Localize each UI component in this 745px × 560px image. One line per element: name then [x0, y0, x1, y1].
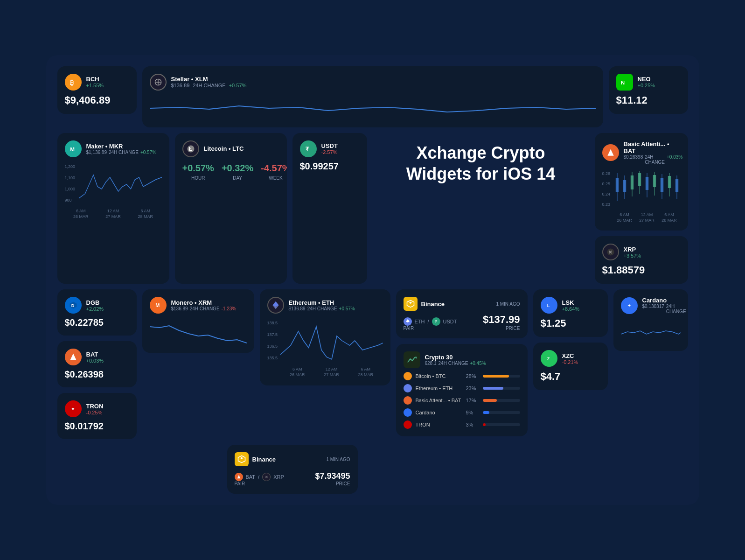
tron-name: TRON — [86, 403, 104, 410]
binance-bat-price-label: PRICE — [315, 481, 350, 486]
svg-text:Z: Z — [547, 357, 550, 361]
usdt-pair-name: USDT — [443, 319, 457, 324]
neo-icon: N — [616, 74, 633, 91]
xzc-price: $4.7 — [541, 371, 600, 383]
usdt-widget: ₮ USDT -2.57% $0.99257 — [292, 133, 367, 284]
dgb-icon: D — [65, 297, 82, 314]
usdt-pair-icon: ₮ — [432, 317, 440, 326]
svg-marker-49 — [237, 475, 240, 479]
binance-bat-price: $7.93495 — [315, 471, 350, 481]
binance-eth-price: $137.99 — [483, 314, 520, 326]
svg-marker-9 — [607, 149, 613, 155]
bat-large-icon — [602, 144, 619, 161]
stellar-name: Stellar • XLM — [171, 76, 247, 83]
crypto30-bar-row: Bitcoin • BTC 28% — [404, 372, 520, 380]
maker-y3: 1,000 — [65, 183, 76, 195]
monero-change-label: 24H CHANGE — [190, 306, 220, 311]
lsk-change: +8.64% — [562, 306, 580, 312]
neo-price: $11.12 — [616, 94, 681, 106]
svg-text:N: N — [620, 79, 624, 85]
bat-large-name: Basic Attenti... • BAT — [624, 140, 683, 154]
xrp-price: $1.88579 — [602, 264, 681, 276]
binance-eth-price-label: PRICE — [483, 326, 520, 331]
svg-marker-32 — [70, 354, 76, 360]
svg-rect-11 — [615, 178, 618, 192]
monero-icon: M — [150, 297, 167, 314]
svg-text:Ł: Ł — [188, 146, 192, 152]
tron-change: -0.25% — [86, 410, 104, 415]
eth-pair-label: PAIR — [404, 326, 457, 331]
stellar-widget: Stellar • XLM $136.89 24H CHANGE +0.57% — [142, 66, 603, 127]
svg-text:✕: ✕ — [608, 250, 612, 255]
dgb-price: $0.22785 — [65, 317, 129, 328]
svg-text:M: M — [70, 146, 75, 152]
bat-candlestick-chart — [613, 168, 681, 210]
bat-large-subtitle: $0.26398 — [624, 154, 643, 165]
xrp-name: XRP — [624, 246, 641, 253]
maker-icon: M — [65, 140, 82, 157]
ltc-hour-label: HOUR — [191, 175, 205, 181]
maker-change: +0.57% — [140, 150, 156, 155]
ethereum-widget: Ethereum • ETH $136.89 24H CHANGE +0.57%… — [260, 289, 390, 385]
bat-large-change-label: 24H CHANGE — [645, 154, 665, 165]
bch-change: +1.55% — [86, 83, 104, 88]
bch-widget: ₿ BCH +1.55% $9,406.89 — [57, 66, 137, 114]
maker-y1: 1,200 — [65, 161, 76, 172]
xzc-widget: Z XZC -0.21% $4.7 — [533, 343, 608, 390]
bat-large-widget: Basic Attenti... • BAT $0.26398 24H CHAN… — [595, 133, 688, 231]
binance-bat-icon — [235, 452, 249, 466]
eth-subtitle: $136.89 — [289, 306, 306, 311]
ltc-day-label: DAY — [233, 175, 242, 181]
maker-y4: 900 — [65, 195, 76, 206]
svg-rect-15 — [630, 175, 633, 189]
bat-small-name: BAT — [86, 351, 104, 358]
lsk-icon: L — [541, 297, 557, 314]
lsk-widget: L LSK +8.64% $1.25 — [533, 289, 608, 337]
crypto30-icon — [404, 351, 420, 368]
eth-pair-icon — [404, 317, 412, 326]
stellar-icon — [150, 74, 167, 91]
usdt-price: $0.99257 — [300, 161, 360, 172]
ltc-week-label: WEEK — [269, 175, 282, 181]
crypto30-bars: Bitcoin • BTC 28% Ethereum • ETH 23% Bas… — [404, 372, 520, 429]
cardano-subtitle: $0.130317 — [642, 304, 664, 314]
bch-icon: ₿ — [65, 74, 82, 91]
dgb-widget: D DGB +2.02% $0.22785 — [57, 289, 137, 336]
bat-pair-icon — [235, 473, 243, 481]
xzc-name: XZC — [562, 352, 578, 359]
bat-small-icon — [65, 349, 82, 365]
xzc-change: -0.21% — [562, 359, 578, 365]
neo-name: NEO — [638, 76, 655, 83]
crypto30-widget: Crypto 30 628.1 24H CHANGE +0.45% Bitcoi… — [396, 344, 528, 436]
svg-text:L: L — [547, 303, 550, 308]
heading-text: Xchange CryptoWidgets for iOS 14 — [406, 142, 556, 184]
svg-rect-13 — [623, 180, 626, 192]
tron-price: $0.01792 — [65, 421, 129, 432]
monero-name: Monero • XRM — [171, 299, 237, 306]
ltc-day-change: +0.32% — [222, 163, 253, 174]
monero-change: -1.23% — [222, 306, 237, 311]
binance-eth-time: 1 MIN AGO — [496, 301, 520, 307]
binance-eth-icon — [404, 297, 418, 311]
cardano-name: Cardano — [642, 297, 688, 304]
svg-text:✦: ✦ — [627, 303, 631, 308]
usdt-change: -2.57% — [321, 149, 338, 155]
crypto30-bar-row: TRON 3% — [404, 420, 520, 429]
cardano-icon: ✦ — [621, 297, 638, 314]
xrp-icon: ✕ — [602, 244, 619, 260]
xrp-widget: ✕ XRP +3.57% $1.88579 — [595, 236, 688, 284]
svg-marker-40 — [406, 319, 410, 322]
neo-change: +0.25% — [638, 83, 655, 88]
monero-subtitle: $136.89 — [171, 306, 188, 311]
ltc-name: Litecoin • LTC — [204, 145, 244, 152]
neo-widget: N NEO +0.25% $11.12 — [609, 66, 688, 114]
binance-bat-time: 1 MIN AGO — [326, 457, 350, 462]
crypto30-value: 628.1 — [425, 361, 437, 366]
usdt-icon: ₮ — [300, 140, 317, 157]
lsk-price: $1.25 — [541, 317, 600, 329]
xrp-change: +3.57% — [624, 253, 641, 259]
ltc-icon: Ł — [182, 140, 199, 157]
maker-y2: 1,100 — [65, 172, 76, 183]
svg-marker-48 — [240, 457, 243, 460]
lsk-name: LSK — [562, 299, 580, 306]
